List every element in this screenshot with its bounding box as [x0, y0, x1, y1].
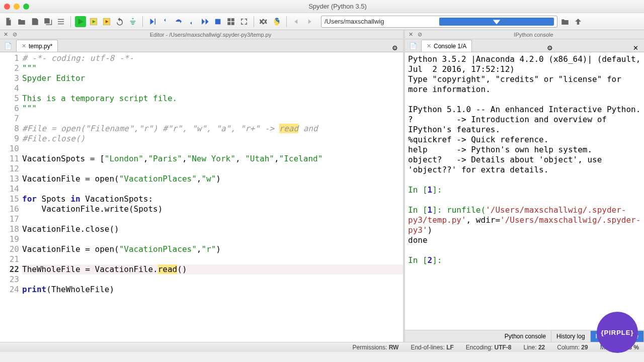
run-cell-advance-button[interactable]: [101, 16, 112, 27]
open-file-button[interactable]: [16, 16, 27, 27]
working-dir-value: /Users/maxschallwig: [325, 18, 439, 25]
window-titlebar: Spyder (Python 3.5): [0, 0, 644, 13]
console-pane: ✕ ⊘ IPython console 📄 ✕ Console 1/A ⚙ ✕ …: [405, 30, 644, 342]
status-encoding: Encoding: UTF-8: [466, 344, 512, 351]
editor-tab[interactable]: ✕ temp.py*: [16, 40, 58, 52]
console-close-icon[interactable]: ✕: [407, 31, 414, 38]
browse-dir-button[interactable]: [559, 16, 571, 27]
preferences-button[interactable]: [258, 16, 269, 27]
console-tab[interactable]: ✕ Console 1/A: [421, 40, 472, 52]
minimize-window[interactable]: [14, 4, 20, 10]
code-editor[interactable]: 123456789101112131415161718192021222324 …: [0, 52, 403, 342]
debug-step-button[interactable]: [147, 16, 158, 27]
console-list-icon[interactable]: 📄: [409, 42, 417, 50]
debug-into-button[interactable]: [160, 16, 171, 27]
tab-list-icon[interactable]: 📄: [4, 42, 12, 50]
maximize-pane-button[interactable]: [238, 16, 250, 27]
editor-pane: ✕ ⊘ Editor - /Users/maxschallwig/.spyder…: [0, 30, 405, 342]
window-title: Spyder (Python 3.5): [35, 3, 640, 10]
save-all-button[interactable]: [42, 16, 53, 27]
debug-out-button[interactable]: [186, 16, 197, 27]
status-permissions: Permissions: RW: [353, 344, 399, 351]
back-button[interactable]: [291, 16, 302, 27]
new-file-button[interactable]: [3, 16, 14, 27]
debug-over-button[interactable]: [173, 16, 184, 27]
run-button[interactable]: [75, 16, 86, 27]
editor-undock-icon[interactable]: ⊘: [11, 31, 18, 38]
svg-rect-2: [215, 19, 221, 24]
maximize-window[interactable]: [23, 4, 29, 10]
console-stop-icon[interactable]: ✕: [633, 44, 641, 52]
rerun-button[interactable]: [114, 16, 125, 27]
status-eol: End-of-lines: LF: [411, 344, 453, 351]
debug-button[interactable]: [127, 16, 138, 27]
save-button[interactable]: [29, 16, 40, 27]
python-console-tab[interactable]: Python console: [500, 331, 551, 342]
tab-close-icon[interactable]: ✕: [22, 43, 26, 49]
layout-button[interactable]: [225, 16, 236, 27]
debug-continue-button[interactable]: [199, 16, 210, 27]
status-bar: Permissions: RW End-of-lines: LF Encodin…: [0, 342, 644, 352]
close-window[interactable]: [4, 4, 10, 10]
console-header: IPython console: [423, 32, 644, 38]
status-line: Line: 22: [524, 344, 545, 351]
console-tab-label: Console 1/A: [434, 43, 466, 50]
parent-dir-button[interactable]: [573, 16, 584, 27]
working-dir-input[interactable]: /Users/maxschallwig: [321, 16, 557, 28]
editor-header: Editor - /Users/maxschallwig/.spyder-py3…: [18, 32, 403, 38]
run-cell-button[interactable]: [88, 16, 99, 27]
forward-button[interactable]: [304, 16, 315, 27]
status-column: Column: 29: [557, 344, 588, 351]
history-log-tab[interactable]: History log: [551, 331, 591, 342]
console-undock-icon[interactable]: ⊘: [416, 31, 423, 38]
console-options-icon[interactable]: ⚙: [547, 44, 555, 52]
pirple-badge: {PIRPLE}: [597, 312, 638, 353]
outline-button[interactable]: [55, 16, 66, 27]
console-tab-close-icon[interactable]: ✕: [427, 43, 431, 49]
debug-stop-button[interactable]: [212, 16, 223, 27]
ipython-console[interactable]: Python 3.5.2 |Anaconda 4.2.0 (x86_64)| (…: [405, 52, 644, 330]
pythonpath-button[interactable]: [271, 16, 282, 27]
editor-tab-label: temp.py*: [29, 43, 52, 50]
editor-close-icon[interactable]: ✕: [2, 31, 9, 38]
editor-options-icon[interactable]: ⚙: [392, 44, 400, 52]
working-dir-dropdown[interactable]: [439, 18, 554, 26]
main-toolbar: /Users/maxschallwig: [0, 13, 644, 30]
